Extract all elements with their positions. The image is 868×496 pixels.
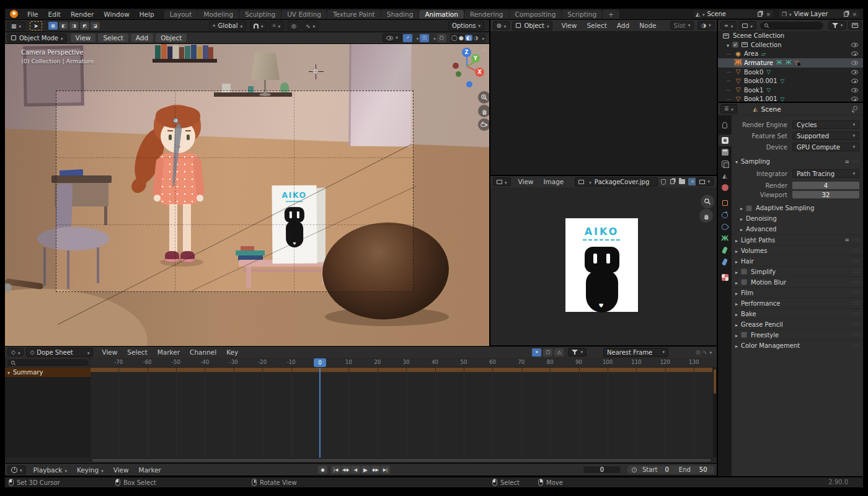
solid-shading-icon[interactable]: ● bbox=[459, 35, 464, 41]
duplicate-layer-icon[interactable] bbox=[844, 12, 848, 17]
drag-dots-icon[interactable]: ∷∷ bbox=[852, 332, 860, 338]
subpanel-adaptive-sampling[interactable]: Adaptive Sampling bbox=[732, 203, 863, 213]
unlink-button[interactable]: × bbox=[688, 178, 696, 185]
camera-view-button[interactable] bbox=[478, 118, 489, 131]
end-label[interactable]: End bbox=[679, 466, 691, 473]
ruler-tick[interactable]: 60 bbox=[483, 359, 502, 365]
ruler-tick[interactable]: 30 bbox=[397, 359, 415, 365]
tab-tool[interactable] bbox=[719, 119, 732, 131]
outliner-row[interactable]: ✓Collection bbox=[718, 40, 863, 50]
outliner-item-label[interactable]: Area bbox=[744, 50, 758, 57]
drag-dots-icon[interactable]: ∷∷ bbox=[852, 280, 860, 285]
image-editor[interactable]: ViewImage PackageCover.jpg × AIKO ♥ bbox=[490, 176, 717, 345]
ruler-tick[interactable]: -10 bbox=[282, 359, 301, 365]
outliner-item-label[interactable]: Book0.001 bbox=[744, 78, 777, 84]
image-name[interactable]: PackageCover.jpg bbox=[595, 179, 649, 185]
panel-hair[interactable]: Hair∷∷ bbox=[732, 255, 863, 266]
scene-collection-label[interactable]: Scene Collection bbox=[733, 32, 784, 39]
viewport-menu-view[interactable]: View bbox=[71, 33, 96, 42]
axis-z-button[interactable]: Z bbox=[462, 48, 471, 57]
viewport-menu-add[interactable]: Add bbox=[131, 33, 153, 42]
timeline-menu-marker[interactable]: Marker bbox=[134, 466, 166, 474]
panel-simplify[interactable]: Simplify∷∷ bbox=[732, 266, 863, 277]
panel-light-paths[interactable]: Light Paths≡∷∷ bbox=[732, 234, 863, 245]
ruler-tick[interactable]: 40 bbox=[426, 359, 445, 365]
tab-layout[interactable]: Layout bbox=[164, 10, 198, 19]
gizmos-toggle[interactable]: ↗ bbox=[403, 34, 412, 42]
tab-object-data[interactable]: Ж bbox=[719, 232, 732, 244]
proportional-edit-toggle[interactable]: ◎ bbox=[288, 21, 300, 30]
panel-bake[interactable]: Bake∷∷ bbox=[732, 308, 863, 319]
ruler-tick[interactable]: 10 bbox=[339, 359, 358, 365]
timeline-menu-keying[interactable]: Keying bbox=[72, 466, 108, 474]
scene-collection-row[interactable]: Scene Collection bbox=[718, 31, 863, 40]
duplicate-image-icon[interactable] bbox=[670, 179, 675, 184]
presets-list-icon[interactable]: ≡ bbox=[844, 159, 849, 165]
fake-user-shield-icon[interactable] bbox=[661, 179, 666, 185]
open-folder-icon[interactable] bbox=[679, 179, 685, 184]
filter-dropdown[interactable] bbox=[568, 348, 587, 356]
axis-y-button[interactable]: Y bbox=[471, 54, 480, 63]
render-samples-field[interactable]: 4 bbox=[792, 182, 859, 189]
menu-help[interactable]: Help bbox=[135, 11, 159, 18]
selection-sync-toggle[interactable]: ➤ bbox=[532, 348, 541, 356]
transform-orientation-dropdown[interactable]: ⌖ Global bbox=[209, 21, 246, 30]
ruler-tick[interactable]: 130 bbox=[684, 359, 703, 365]
warning-toggle[interactable]: △ bbox=[554, 348, 564, 356]
panel-color-management[interactable]: Color Management∷∷ bbox=[732, 340, 863, 350]
dope-menu-channel[interactable]: Channel bbox=[185, 348, 221, 356]
ruler-tick[interactable]: -60 bbox=[138, 359, 157, 365]
viewport-menu-select[interactable]: Select bbox=[98, 33, 128, 42]
outliner-row[interactable]: ▽Book0.001▽ bbox=[718, 76, 863, 86]
pan-hand-button[interactable] bbox=[699, 209, 713, 223]
tab-constraints[interactable] bbox=[719, 209, 732, 221]
outliner-item-label[interactable]: Book1 bbox=[744, 87, 763, 94]
panel-film[interactable]: Film∷∷ bbox=[732, 287, 863, 298]
channel-search-input[interactable] bbox=[6, 358, 89, 367]
ruler-tick[interactable]: 100 bbox=[598, 359, 617, 365]
expander-icon[interactable] bbox=[727, 42, 732, 48]
panel-freestyle[interactable]: Freestyle∷∷ bbox=[732, 329, 863, 340]
select-mode-set[interactable]: ▦ bbox=[48, 22, 58, 30]
tab-scripting[interactable]: Scripting bbox=[562, 10, 602, 19]
axis-neg-y-button[interactable] bbox=[456, 71, 461, 77]
summary-channel[interactable]: Summary bbox=[5, 368, 91, 377]
tab-render[interactable] bbox=[719, 135, 732, 146]
panel-checkbox[interactable] bbox=[746, 205, 752, 211]
select-mode-intersect[interactable]: ◪ bbox=[91, 22, 100, 30]
render-engine-dropdown[interactable]: Cycles bbox=[792, 120, 859, 129]
tab-animation[interactable]: Animation bbox=[419, 10, 464, 19]
sampling-panel-header[interactable]: Sampling ≡ ∷∷ bbox=[732, 156, 863, 167]
ruler-tick[interactable]: 70 bbox=[512, 359, 531, 365]
drag-dots-icon[interactable]: ∷∷ bbox=[852, 259, 860, 264]
outliner-row[interactable]: ◉Area▱ bbox=[718, 50, 863, 59]
dope-mode-dropdown[interactable]: ◇Dope Sheet bbox=[26, 348, 93, 357]
outliner-item-label[interactable]: Book0 bbox=[744, 69, 763, 76]
close-icon[interactable]: × bbox=[766, 11, 771, 17]
ruler-tick[interactable]: -30 bbox=[224, 359, 243, 365]
sidebar-collapse-chevron[interactable]: ‹ bbox=[482, 46, 485, 53]
shader-menu-view[interactable]: View bbox=[556, 22, 582, 29]
hide-eye-icon[interactable] bbox=[851, 88, 858, 92]
zoom-button[interactable] bbox=[478, 91, 489, 104]
end-value[interactable]: 50 bbox=[699, 466, 707, 473]
dope-menu-marker[interactable]: Marker bbox=[153, 348, 185, 356]
panel-checkbox[interactable] bbox=[741, 332, 747, 338]
panel-checkbox[interactable] bbox=[741, 279, 747, 285]
drag-dots-icon[interactable]: ∷∷ bbox=[852, 322, 860, 327]
material-shading-icon[interactable]: ◐ bbox=[465, 35, 472, 41]
mode-label[interactable]: Object Mode bbox=[19, 35, 58, 42]
outliner-item-label[interactable]: Collection bbox=[751, 42, 781, 48]
current-frame-indicator[interactable]: 0 bbox=[314, 358, 326, 367]
drag-dots-icon[interactable]: ∷∷ bbox=[852, 290, 860, 296]
image-menu-image[interactable]: Image bbox=[538, 178, 569, 185]
proportional-circle-icon[interactable]: ◎ bbox=[696, 349, 701, 355]
display-mode-dropdown[interactable]: ≡ bbox=[720, 21, 737, 30]
tab-object[interactable] bbox=[719, 197, 732, 209]
duplicate-scene-icon[interactable] bbox=[758, 12, 762, 17]
camera-dot-indicator[interactable] bbox=[466, 81, 472, 87]
hide-eye-icon[interactable] bbox=[851, 70, 858, 74]
tab-rendering[interactable]: Rendering bbox=[464, 10, 509, 19]
tab-texture[interactable] bbox=[719, 272, 732, 283]
drag-dots-icon[interactable]: ∷∷ bbox=[852, 269, 860, 275]
